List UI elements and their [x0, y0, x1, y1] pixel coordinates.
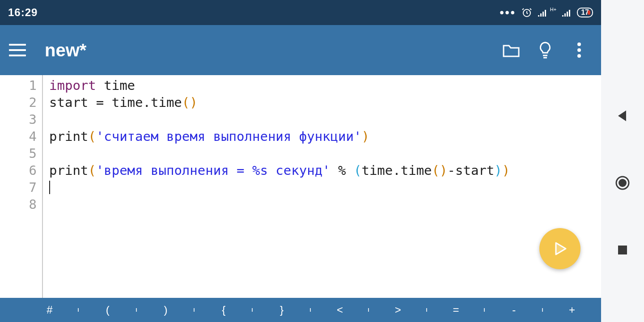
- symbol-keyboard-bar: #(){}<>=-+: [0, 298, 601, 322]
- bulb-icon[interactable]: [536, 41, 555, 59]
- symbol-key-lt[interactable]: <: [311, 304, 369, 316]
- code-line[interactable]: start = time.time(): [49, 94, 510, 111]
- line-number: 8: [0, 196, 37, 213]
- battery-percent: 17: [581, 8, 589, 17]
- code-area[interactable]: import timestart = time.time() print('сч…: [43, 75, 510, 298]
- line-number: 7: [0, 179, 37, 196]
- status-icons: ••• H+ 17: [500, 7, 593, 18]
- status-time: 16:29: [8, 6, 38, 19]
- line-number: 2: [0, 94, 37, 111]
- line-number: 4: [0, 128, 37, 145]
- svg-rect-6: [618, 246, 627, 254]
- home-icon[interactable]: [610, 170, 636, 196]
- system-nav-bar: [601, 0, 644, 322]
- code-line[interactable]: [49, 145, 510, 162]
- svg-point-3: [577, 54, 581, 58]
- symbol-key-lbrace[interactable]: {: [195, 304, 253, 316]
- svg-point-2: [577, 48, 581, 52]
- symbol-key-lparen[interactable]: (: [79, 304, 137, 316]
- line-number: 3: [0, 111, 37, 128]
- svg-point-1: [577, 42, 581, 46]
- battery-indicator: 17: [577, 8, 593, 17]
- code-line[interactable]: [49, 196, 510, 213]
- file-title: new*: [45, 40, 502, 60]
- text-cursor: [49, 181, 50, 194]
- code-line[interactable]: import time: [49, 77, 510, 94]
- code-line[interactable]: print('считаем время выполнения функции'…: [49, 128, 510, 145]
- symbol-key-rbrace[interactable]: }: [253, 304, 311, 316]
- alarm-icon: [521, 7, 532, 18]
- network-type-label: H+: [550, 7, 556, 12]
- code-editor[interactable]: 12345678 import timestart = time.time() …: [0, 75, 601, 298]
- symbol-key-plus[interactable]: +: [543, 304, 601, 316]
- svg-point-5: [619, 179, 627, 187]
- code-line[interactable]: [49, 179, 510, 196]
- status-bar: 16:29 ••• H+ 17: [0, 0, 601, 25]
- menu-icon[interactable]: [9, 44, 26, 56]
- folder-icon[interactable]: [502, 41, 521, 59]
- run-button[interactable]: [539, 228, 580, 269]
- back-icon[interactable]: [610, 103, 636, 129]
- line-number-gutter: 12345678: [0, 75, 43, 298]
- code-line[interactable]: print('время выполнения = %s секунд' % (…: [49, 162, 510, 179]
- line-number: 1: [0, 77, 37, 94]
- signal-1-icon: [538, 8, 547, 17]
- symbol-key-eq[interactable]: =: [427, 304, 485, 316]
- symbol-key-gt[interactable]: >: [369, 304, 427, 316]
- line-number: 6: [0, 162, 37, 179]
- overflow-icon[interactable]: [570, 41, 589, 59]
- symbol-key-hash[interactable]: #: [21, 304, 79, 316]
- line-number: 5: [0, 145, 37, 162]
- app-bar: new*: [0, 25, 601, 75]
- code-line[interactable]: [49, 111, 510, 128]
- symbol-key-rparen[interactable]: ): [137, 304, 195, 316]
- symbol-key-minus[interactable]: -: [485, 304, 543, 316]
- signal-2-icon: [562, 8, 572, 17]
- recents-icon[interactable]: [610, 237, 636, 263]
